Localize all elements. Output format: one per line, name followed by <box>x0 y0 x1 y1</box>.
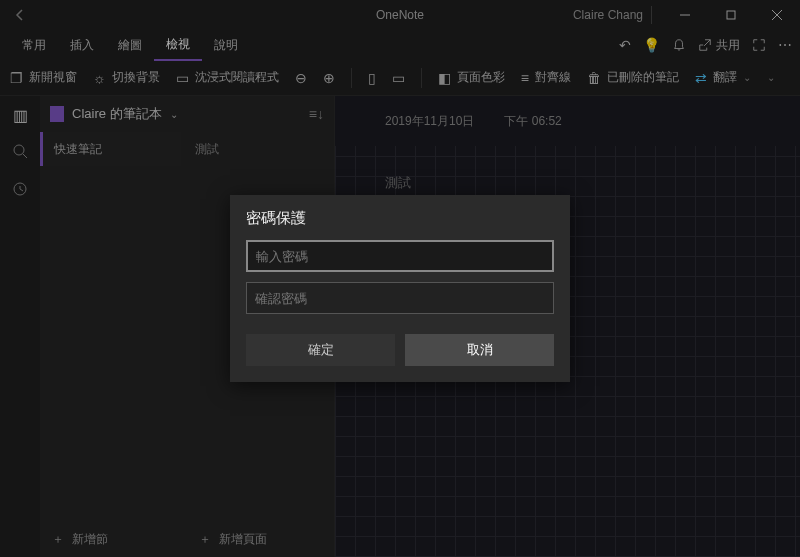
confirm-password-input[interactable] <box>246 282 554 314</box>
cancel-button[interactable]: 取消 <box>405 334 554 366</box>
modal-overlay: 密碼保護 確定 取消 <box>0 0 800 557</box>
password-input[interactable] <box>246 240 554 272</box>
dialog-title: 密碼保護 <box>246 209 554 228</box>
password-dialog: 密碼保護 確定 取消 <box>230 195 570 382</box>
ok-button[interactable]: 確定 <box>246 334 395 366</box>
